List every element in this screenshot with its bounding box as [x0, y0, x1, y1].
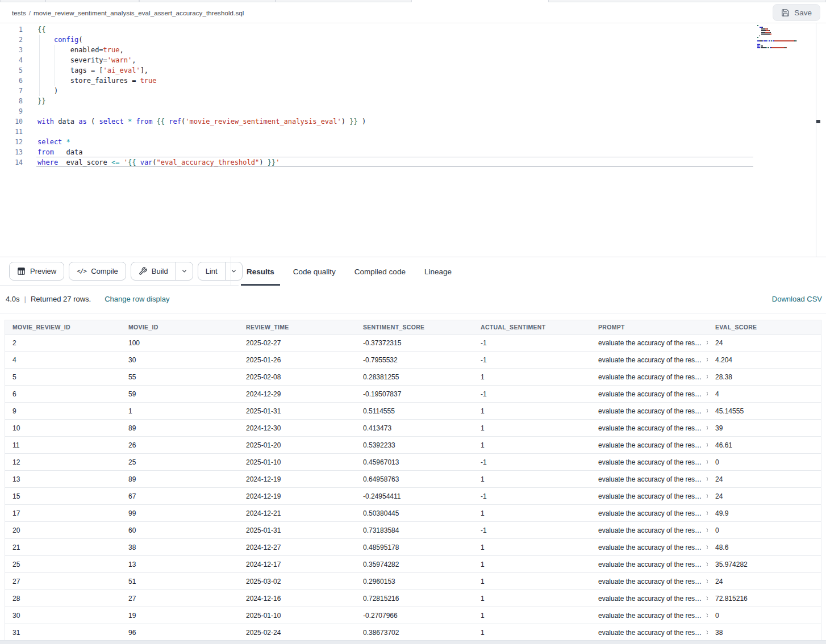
- cell-actual-sentiment: -1: [473, 458, 591, 466]
- cell-review-time: 2024-12-30: [239, 424, 356, 432]
- build-dropdown-toggle[interactable]: [176, 262, 193, 280]
- cell-sentiment-score: -0.24954411: [356, 492, 473, 500]
- editor-scrollbar[interactable]: [816, 23, 821, 257]
- download-csv-link[interactable]: Download CSV: [772, 295, 822, 303]
- compile-label: Compile: [91, 267, 118, 275]
- query-duration: 4.0s: [6, 295, 20, 303]
- cell-eval-score: 0: [708, 526, 822, 534]
- code-line: 12select *: [0, 137, 753, 147]
- action-row: Preview </> Compile Build: [0, 257, 826, 286]
- lint-dropdown-toggle[interactable]: [225, 262, 242, 280]
- cell-sentiment-score: 0.72815216: [356, 595, 473, 603]
- cell-eval-score: 49.9: [708, 509, 822, 517]
- cell-movie-id: 59: [121, 390, 239, 398]
- cell-movie-id: 55: [121, 373, 239, 381]
- cell-review-time: 2025-02-24: [239, 629, 356, 637]
- results-tabs: ResultsCode qualityCompiled codeLineage: [241, 257, 457, 286]
- tab-compiled-code[interactable]: Compiled code: [349, 257, 411, 286]
- table-row: 10892024-12-300.4134731evaluate the accu…: [5, 420, 821, 437]
- table-row: 912025-01-310.51145551evaluate the accur…: [5, 403, 821, 420]
- horizontal-scrollbar[interactable]: [0, 640, 826, 644]
- column-header-prompt: PROMPT: [591, 324, 708, 331]
- cell-eval-score: 28.38: [708, 373, 822, 381]
- editor-scrollbar-thumb[interactable]: [816, 120, 820, 123]
- line-number: 8: [0, 96, 23, 106]
- line-text: {{: [37, 24, 45, 35]
- cell-movie-id: 30: [121, 356, 239, 364]
- table-row: 4302025-01-26-0.7955532-1evaluate the ac…: [5, 352, 821, 369]
- column-header-eval_score: EVAL_SCORE: [708, 324, 822, 331]
- cell-prompt: evaluate the accuracy of the res…: [591, 543, 708, 551]
- preview-button[interactable]: Preview: [9, 262, 64, 281]
- sql-code-editor[interactable]: 1{{2 config(3 enabled=true,4 severity='w…: [0, 23, 821, 257]
- cell-actual-sentiment: 1: [473, 424, 591, 432]
- cell-prompt: evaluate the accuracy of the res…: [591, 492, 708, 500]
- column-header-movie_id: MOVIE_ID: [121, 324, 239, 331]
- cell-sentiment-score: -0.7955532: [356, 356, 473, 364]
- cell-prompt: evaluate the accuracy of the res…: [591, 407, 708, 415]
- rows-returned: Returned 27 rows.: [31, 295, 91, 303]
- lint-button[interactable]: Lint: [198, 262, 243, 281]
- cell-actual-sentiment: -1: [473, 492, 591, 500]
- build-button[interactable]: Build: [131, 262, 193, 281]
- prompt-preview-text: evaluate the accuracy of the res…: [598, 424, 702, 432]
- line-number: 10: [0, 116, 23, 127]
- prompt-preview-text: evaluate the accuracy of the res…: [598, 441, 702, 449]
- prompt-preview-text: evaluate the accuracy of the res…: [598, 526, 702, 534]
- line-text: config(: [37, 35, 83, 45]
- cell-eval-score: 46.61: [708, 441, 822, 449]
- prompt-preview-text: evaluate the accuracy of the res…: [598, 509, 702, 517]
- divider: [231, 257, 231, 286]
- compile-button[interactable]: </> Compile: [69, 262, 126, 281]
- cell-prompt: evaluate the accuracy of the res…: [591, 526, 708, 534]
- prompt-preview-text: evaluate the accuracy of the res…: [598, 356, 702, 364]
- cell-movie-id: 89: [121, 475, 239, 483]
- minimap[interactable]: [757, 25, 810, 49]
- code-line: 9: [0, 106, 753, 116]
- cell-movie-review-id: 20: [5, 526, 121, 534]
- change-row-display-link[interactable]: Change row display: [105, 295, 169, 303]
- wrench-icon: [139, 267, 147, 275]
- cell-review-time: 2024-12-29: [239, 390, 356, 398]
- cell-actual-sentiment: 1: [473, 373, 591, 381]
- cell-actual-sentiment: 1: [473, 509, 591, 517]
- cell-actual-sentiment: 1: [473, 407, 591, 415]
- cell-eval-score: 24: [708, 339, 822, 347]
- column-header-movie_review_id: MOVIE_REVIEW_ID: [5, 324, 121, 331]
- prompt-preview-text: evaluate the accuracy of the res…: [598, 492, 702, 500]
- code-line: 7 ): [0, 86, 753, 96]
- tab-code-quality[interactable]: Code quality: [287, 257, 341, 286]
- tab-results[interactable]: Results: [241, 257, 280, 286]
- cell-movie-id: 96: [121, 629, 239, 637]
- save-label: Save: [794, 9, 812, 17]
- line-text: with data as ( select * from {{ ref('mov…: [37, 116, 366, 127]
- cell-review-time: 2024-12-17: [239, 561, 356, 568]
- prompt-preview-text: evaluate the accuracy of the res…: [598, 339, 702, 347]
- cell-movie-id: 60: [121, 526, 239, 534]
- cell-prompt: evaluate the accuracy of the res…: [591, 458, 708, 466]
- cell-eval-score: 0: [708, 458, 822, 466]
- editor-header: tests/movie_review_sentiment_analysis_ev…: [0, 2, 826, 23]
- cell-prompt: evaluate the accuracy of the res…: [591, 475, 708, 483]
- prompt-preview-text: evaluate the accuracy of the res…: [598, 458, 702, 466]
- line-text: where eval_score <= '{{ var("eval_accura…: [37, 157, 279, 168]
- cell-sentiment-score: 0.64958763: [356, 475, 473, 483]
- cell-review-time: 2025-02-27: [239, 339, 356, 347]
- tab-lineage[interactable]: Lineage: [419, 257, 457, 286]
- line-number: 13: [0, 147, 23, 157]
- line-text: }}: [37, 96, 45, 106]
- results-table-body: 21002025-02-27-0.37372315-1evaluate the …: [5, 334, 821, 641]
- cell-review-time: 2025-01-20: [239, 441, 356, 449]
- cell-movie-id: 19: [121, 612, 239, 620]
- cell-eval-score: 0: [708, 612, 822, 620]
- status-row: 4.0s | Returned 27 rows. Change row disp…: [0, 286, 826, 314]
- cell-review-time: 2025-01-31: [239, 407, 356, 415]
- save-button[interactable]: Save: [773, 4, 820, 21]
- line-number: 5: [0, 65, 23, 76]
- cell-sentiment-score: 0.38673702: [356, 629, 473, 637]
- cell-prompt: evaluate the accuracy of the res…: [591, 509, 708, 517]
- prompt-preview-text: evaluate the accuracy of the res…: [598, 543, 702, 551]
- code-line: 10with data as ( select * from {{ ref('m…: [0, 116, 753, 127]
- table-grid-icon: [17, 267, 26, 275]
- cell-movie-id: 25: [121, 458, 239, 466]
